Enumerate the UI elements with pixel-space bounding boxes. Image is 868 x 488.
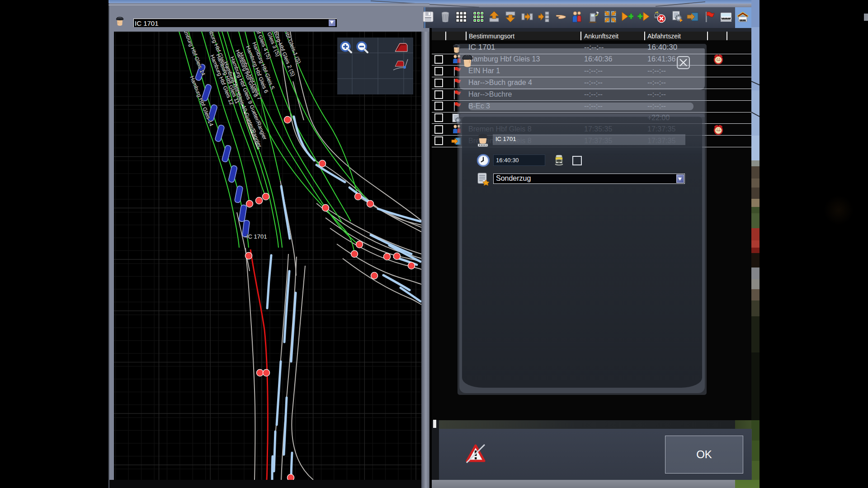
svg-text:Hamburg Hbf Gleis 14: Hamburg Hbf Gleis 14 [180,32,207,76]
svg-text:IC 1701: IC 1701 [246,233,267,240]
